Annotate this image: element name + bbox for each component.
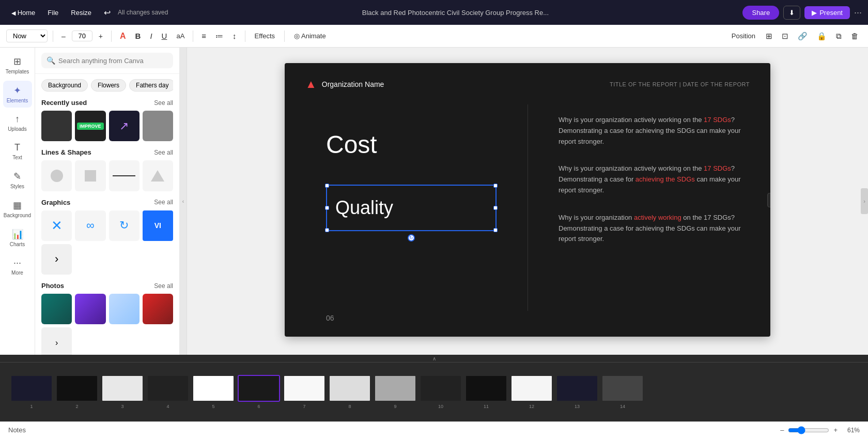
handle-bottom-left[interactable]: [325, 228, 329, 232]
photo-1[interactable]: [41, 294, 72, 324]
sidebar-item-uploads[interactable]: ↑ Uploads: [3, 110, 32, 136]
filmstrip-thumb-14[interactable]: [601, 375, 644, 402]
underline-button[interactable]: U: [159, 29, 171, 42]
sidebar-item-more[interactable]: ··· More: [3, 253, 32, 280]
zoom-slider[interactable]: [788, 426, 829, 434]
recently-used-see-all[interactable]: See all: [154, 99, 173, 107]
canvas-right-collapse[interactable]: ›: [861, 188, 868, 214]
filmstrip-thumb-6[interactable]: [238, 375, 280, 402]
font-size-input[interactable]: [74, 32, 90, 40]
list-button[interactable]: ≔: [212, 29, 226, 43]
graphic-3[interactable]: ↻: [109, 210, 140, 241]
present-button[interactable]: ▶ Present: [804, 6, 850, 19]
filmstrip-item-5[interactable]: 5: [192, 375, 235, 409]
filmstrip-item-4[interactable]: 4: [147, 375, 189, 409]
zoom-in-icon[interactable]: +: [833, 426, 838, 434]
filmstrip-item-2[interactable]: 2: [56, 375, 98, 409]
filmstrip-item-12[interactable]: 12: [510, 375, 553, 409]
filmstrip-item-10[interactable]: 10: [420, 375, 462, 409]
filmstrip-thumb-1[interactable]: [10, 375, 53, 402]
sidebar-item-templates[interactable]: ⊞ Templates: [3, 52, 32, 79]
recent-item-3[interactable]: ↗: [109, 111, 140, 141]
rt-refresh-button[interactable]: ↺: [767, 193, 770, 207]
panel-collapse-tab[interactable]: ‹: [180, 48, 187, 355]
filmstrip-thumb-3[interactable]: [101, 375, 144, 402]
tag-background[interactable]: Background: [41, 79, 88, 92]
filmstrip-item-6[interactable]: 6: [238, 375, 280, 409]
sidebar-item-text[interactable]: T Text: [3, 138, 32, 164]
increase-font-size-button[interactable]: +: [96, 30, 106, 42]
sidebar-item-charts[interactable]: 📊 Charts: [3, 224, 32, 251]
filmstrip-item-7[interactable]: 7: [283, 375, 326, 409]
search-input[interactable]: [58, 57, 168, 65]
tag-fathers-day[interactable]: Fathers day: [129, 79, 173, 92]
handle-top-right[interactable]: [493, 184, 498, 188]
resize-button[interactable]: Resize: [66, 6, 97, 19]
filmstrip-item-13[interactable]: 13: [556, 375, 598, 409]
file-button[interactable]: File: [42, 6, 64, 19]
lock-button[interactable]: 🔒: [814, 29, 830, 43]
filmstrip-item-1[interactable]: 1: [10, 375, 53, 409]
filmstrip-item-8[interactable]: 8: [329, 375, 371, 409]
handle-top-left[interactable]: [325, 184, 329, 188]
filmstrip-thumb-2[interactable]: [56, 375, 98, 402]
undo-button[interactable]: ↩: [99, 5, 116, 20]
filmstrip-item-9[interactable]: 9: [374, 375, 416, 409]
filmstrip-thumb-12[interactable]: [510, 375, 553, 402]
spacing-button[interactable]: ↕: [229, 29, 240, 42]
case-button[interactable]: aA: [173, 30, 188, 42]
shape-circle[interactable]: [41, 160, 72, 191]
filmstrip-thumb-13[interactable]: [556, 375, 598, 402]
filmstrip-item-3[interactable]: 3: [101, 375, 144, 409]
text-color-button[interactable]: A: [117, 29, 129, 43]
filmstrip-thumb-4[interactable]: [147, 375, 189, 402]
filmstrip-item-14[interactable]: 14: [601, 375, 644, 409]
recent-item-1[interactable]: [41, 111, 72, 141]
sidebar-item-background[interactable]: ▦ Background: [3, 195, 32, 222]
copy-button[interactable]: ⧉: [833, 29, 845, 43]
graphic-arrow-more[interactable]: ›: [41, 244, 72, 275]
graphic-vi[interactable]: VI: [143, 210, 173, 241]
rotate-handle[interactable]: ↻: [408, 234, 415, 241]
position-button[interactable]: Position: [727, 30, 760, 42]
share-button[interactable]: Share: [742, 6, 779, 20]
filmstrip-thumb-8[interactable]: [329, 375, 371, 402]
link-button[interactable]: 🔗: [795, 29, 811, 43]
more-options-button[interactable]: ···: [854, 7, 862, 18]
sidebar-item-elements[interactable]: ✦ Elements: [3, 81, 32, 108]
photo-4[interactable]: [143, 294, 173, 324]
photo-3[interactable]: [109, 294, 140, 324]
filmstrip-thumb-9[interactable]: [374, 375, 416, 402]
shape-triangle[interactable]: [143, 160, 173, 191]
graphic-2[interactable]: ∞: [75, 210, 105, 241]
handle-middle-left[interactable]: [325, 206, 329, 210]
download-button[interactable]: ⬇: [783, 6, 800, 20]
shape-line[interactable]: [109, 160, 140, 191]
font-family-select[interactable]: Now: [6, 29, 48, 42]
filmstrip-thumb-7[interactable]: [283, 375, 326, 402]
align-button[interactable]: ≡: [198, 29, 209, 42]
canvas-slide[interactable]: ▲ Organization Name TITLE OF THE REPORT …: [285, 63, 770, 337]
bold-button[interactable]: B: [132, 29, 144, 42]
shape-square[interactable]: [75, 160, 105, 191]
home-button[interactable]: ◀ Home: [6, 6, 40, 19]
align-distribute-button[interactable]: ⊡: [779, 29, 792, 43]
sidebar-item-styles[interactable]: ✎ Styles: [3, 167, 32, 193]
filmstrip-thumb-11[interactable]: [465, 375, 507, 402]
photos-see-all[interactable]: See all: [154, 282, 173, 290]
filmstrip-item-11[interactable]: 11: [465, 375, 507, 409]
arrange-button[interactable]: ⊞: [763, 29, 776, 43]
italic-button[interactable]: I: [147, 29, 155, 42]
lines-shapes-see-all[interactable]: See all: [154, 149, 173, 156]
notes-label[interactable]: Notes: [8, 426, 26, 434]
delete-button[interactable]: 🗑: [848, 29, 862, 42]
decrease-font-size-button[interactable]: –: [58, 30, 69, 42]
recent-item-2[interactable]: IMPROVE: [75, 111, 105, 141]
zoom-out-icon[interactable]: –: [780, 426, 784, 434]
filmstrip-collapse-top[interactable]: ∧: [0, 355, 868, 362]
animate-button[interactable]: ◎ Animate: [290, 30, 330, 42]
quality-box[interactable]: ↻ Quality: [326, 185, 497, 231]
photo-2[interactable]: [75, 294, 105, 324]
handle-middle-right[interactable]: [493, 206, 498, 210]
tag-flowers[interactable]: Flowers: [91, 79, 126, 92]
